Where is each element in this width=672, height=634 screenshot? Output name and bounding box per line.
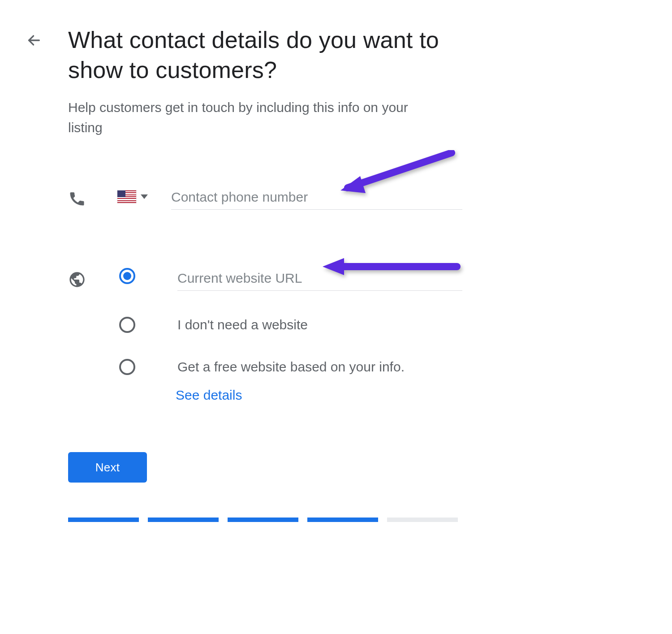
back-button[interactable] [23, 30, 45, 51]
phone-number-input[interactable] [171, 187, 462, 210]
progress-segment [307, 518, 378, 522]
phone-icon [68, 190, 86, 209]
next-button-label: Next [95, 461, 120, 474]
radio-current-website-url[interactable] [119, 268, 135, 284]
radio-no-website[interactable] [119, 317, 135, 333]
svg-line-1 [348, 153, 452, 188]
page-subtitle: Help customers get in touch by including… [68, 97, 435, 138]
arrow-left-icon [26, 33, 42, 48]
page-title: What contact details do you want to show… [68, 25, 480, 85]
country-code-dropdown[interactable] [117, 187, 171, 203]
option-label-free-website: Get a free website based on your info. [177, 359, 405, 375]
progress-segment [228, 518, 298, 522]
progress-bar [68, 518, 458, 522]
progress-segment [148, 518, 219, 522]
progress-segment [387, 518, 458, 522]
website-url-input[interactable] [177, 268, 462, 291]
globe-icon [68, 271, 86, 290]
chevron-down-icon [141, 194, 148, 199]
see-details-link[interactable]: See details [176, 388, 242, 402]
next-button[interactable]: Next [68, 452, 147, 483]
us-flag-icon [117, 190, 136, 203]
option-label-no-website: I don't need a website [177, 317, 308, 332]
progress-segment [68, 518, 139, 522]
radio-free-website[interactable] [119, 359, 135, 375]
